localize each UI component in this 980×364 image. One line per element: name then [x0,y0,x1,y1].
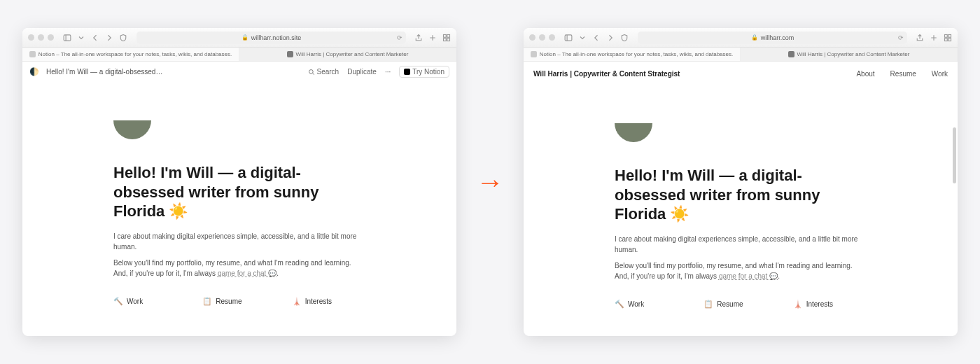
hero-half-circle-icon [113,120,151,139]
reload-icon[interactable]: ⟳ [397,34,402,41]
try-notion-button[interactable]: Try Notion [399,66,449,78]
svg-rect-15 [948,34,951,37]
url-bar[interactable]: 🔒 willharr.notion.site ⟳ [136,31,406,44]
interests-icon: 🗼 [292,297,302,306]
notion-favicon-icon [531,51,537,57]
card-label: Resume [216,298,241,305]
new-tab-icon[interactable] [428,33,437,43]
svg-rect-16 [945,38,948,41]
back-icon[interactable] [90,33,100,43]
try-label: Try Notion [412,68,444,76]
svg-rect-10 [565,34,572,40]
page-content: Hello! I'm Will — a digital-obsessed wri… [22,83,456,336]
tabs-icon[interactable] [442,33,451,43]
tab-notion[interactable]: Notion – The all-in-one workspace for yo… [524,48,741,61]
card-interests[interactable]: 🗼Interests [793,295,867,313]
traffic-lights[interactable] [28,34,54,41]
notion-topbar: 🌓 Hello! I'm Will — a digital-obsessed… … [22,62,456,83]
share-icon[interactable] [414,33,423,43]
nav-resume[interactable]: Resume [890,70,916,78]
url-text: willharr.com [761,34,794,41]
work-icon: 🔨 [615,300,624,309]
tab-notion[interactable]: Notion – The all-in-one workspace for yo… [22,48,239,61]
page-title: Hello! I'm Will — a digital-obsessed wri… [113,163,365,221]
card-row: 🔨Work 📋Resume 🗼Interests [615,295,867,313]
card-resume[interactable]: 📋Resume [704,295,777,313]
search-button[interactable]: Search [308,68,340,76]
chevron-down-icon[interactable] [578,33,587,43]
scrollbar[interactable] [953,127,956,333]
card-work[interactable]: 🔨Work [615,295,688,313]
back-icon[interactable] [592,33,601,43]
shield-icon[interactable] [620,33,629,43]
svg-rect-4 [444,34,447,37]
search-label: Search [317,68,340,76]
intro-paragraph-2: Below you'll find my portfolio, my resum… [113,258,365,279]
browser-window-right: 🔒 willharr.com ⟳ Notion – The all-in-one… [524,28,958,336]
titlebar: 🔒 willharr.com ⟳ [524,28,958,48]
arrow-icon: → [476,167,504,198]
site-nav: Will Harris | Copywriter & Content Strat… [524,62,958,85]
tab-willharris[interactable]: Will Harris | Copywriter and Content Mar… [239,48,456,61]
forward-icon[interactable] [104,33,114,43]
nav-about[interactable]: About [856,70,874,78]
intro-paragraph-1: I care about making digital experiences … [113,231,365,252]
lock-icon: 🔒 [241,34,248,41]
page-emoji-icon: 🌓 [29,67,39,76]
svg-rect-5 [447,34,450,37]
card-label: Work [127,298,143,305]
site-favicon-icon [788,51,794,57]
reload-icon[interactable]: ⟳ [898,34,904,41]
traffic-lights[interactable] [529,34,555,41]
tab-willharris[interactable]: Will Harris | Copywriter and Content Mar… [741,48,958,61]
forward-icon[interactable] [606,33,615,43]
chevron-down-icon[interactable] [76,33,86,43]
svg-rect-6 [444,38,447,41]
svg-rect-14 [945,34,948,37]
browser-window-left: 🔒 willharr.notion.site ⟳ Notion – The al… [22,28,456,336]
notion-logo-icon [404,69,410,75]
card-row: 🔨Work 📋Resume 🗼Interests [113,293,365,310]
chat-link[interactable]: game for a chat 💬 [719,272,778,280]
chat-link[interactable]: game for a chat 💬 [218,270,276,277]
url-text: willharr.notion.site [251,34,302,41]
duplicate-button[interactable]: Duplicate [347,68,377,76]
breadcrumb[interactable]: Hello! I'm Will — a digital-obsessed… [46,68,162,76]
site-brand[interactable]: Will Harris | Copywriter & Content Strat… [533,70,680,78]
card-label: Resume [717,300,743,308]
new-tab-icon[interactable] [930,33,938,43]
work-icon: 🔨 [113,297,123,306]
more-button[interactable]: ··· [385,68,391,76]
shield-icon[interactable] [118,33,128,43]
page-title: Hello! I'm Will — a digital-obsessed wri… [615,166,867,224]
resume-icon: 📋 [704,300,713,309]
resume-icon: 📋 [202,297,212,306]
svg-line-9 [312,73,314,74]
interests-icon: 🗼 [793,300,803,309]
tab-strip: Notion – The all-in-one workspace for yo… [524,48,958,62]
sidebar-toggle-icon[interactable] [564,33,573,43]
card-label: Interests [806,300,833,308]
card-label: Interests [305,298,332,305]
card-work[interactable]: 🔨Work [113,293,187,310]
tab-strip: Notion – The all-in-one workspace for yo… [22,48,456,62]
lock-icon: 🔒 [751,34,758,41]
notion-favicon-icon [29,51,36,57]
tab-label: Notion – The all-in-one workspace for yo… [38,51,232,57]
card-label: Work [628,300,644,308]
nav-work[interactable]: Work [932,70,948,78]
tab-label: Will Harris | Copywriter and Content Mar… [296,51,409,57]
url-bar[interactable]: 🔒 willharr.com ⟳ [638,31,907,44]
sidebar-toggle-icon[interactable] [62,33,72,43]
svg-rect-0 [64,34,71,40]
card-interests[interactable]: 🗼Interests [292,293,365,310]
hero-half-circle-icon [615,123,652,142]
tab-label: Notion – The all-in-one workspace for yo… [540,51,733,57]
tabs-icon[interactable] [944,33,952,43]
intro-paragraph-2: Below you'll find my portfolio, my resum… [615,260,867,281]
svg-rect-7 [447,38,450,41]
card-resume[interactable]: 📋Resume [202,293,276,310]
svg-rect-17 [948,38,951,41]
tab-label: Will Harris | Copywriter and Content Mar… [797,51,910,57]
share-icon[interactable] [916,33,924,43]
